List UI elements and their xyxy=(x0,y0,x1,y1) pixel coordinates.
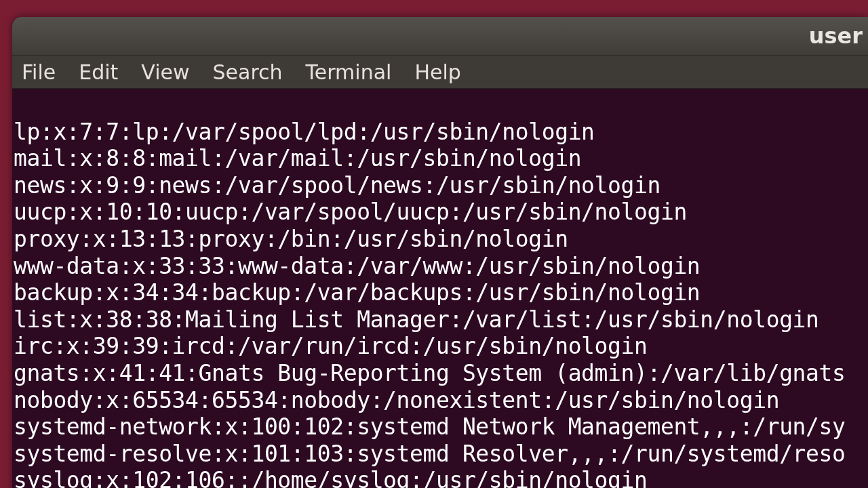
titlebar[interactable]: user xyxy=(12,17,868,55)
menubar: File Edit View Search Terminal Help xyxy=(12,55,868,89)
output-line: uucp:x:10:10:uucp:/var/spool/uucp:/usr/s… xyxy=(14,199,687,225)
menu-search[interactable]: Search xyxy=(213,60,283,84)
output-line: systemd-network:x:100:102:systemd Networ… xyxy=(14,413,845,440)
menu-edit[interactable]: Edit xyxy=(79,60,118,84)
terminal-output[interactable]: lp:x:7:7:lp:/var/spool/lpd:/usr/sbin/nol… xyxy=(12,89,868,488)
menu-terminal[interactable]: Terminal xyxy=(306,60,392,84)
output-line: gnats:x:41:41:Gnats Bug-Reporting System… xyxy=(14,360,845,386)
output-line: news:x:9:9:news:/var/spool/news:/usr/sbi… xyxy=(14,172,660,199)
menu-view[interactable]: View xyxy=(141,60,189,84)
output-line: lp:x:7:7:lp:/var/spool/lpd:/usr/sbin/nol… xyxy=(14,119,595,145)
output-line: nobody:x:65534:65534:nobody:/nonexistent… xyxy=(14,387,779,413)
menu-help[interactable]: Help xyxy=(414,60,460,84)
terminal-window: user File Edit View Search Terminal Help… xyxy=(12,17,868,488)
window-title: user xyxy=(809,25,863,47)
output-line: syslog:x:102:106::/home/syslog:/usr/sbin… xyxy=(14,467,647,488)
output-line: mail:x:8:8:mail:/var/mail:/usr/sbin/nolo… xyxy=(14,145,581,171)
output-line: irc:x:39:39:ircd:/var/run/ircd:/usr/sbin… xyxy=(14,333,647,359)
output-line: backup:x:34:34:backup:/var/backups:/usr/… xyxy=(14,279,700,306)
output-line: www-data:x:33:33:www-data:/var/www:/usr/… xyxy=(14,253,700,279)
output-line: proxy:x:13:13:proxy:/bin:/usr/sbin/nolog… xyxy=(14,226,568,252)
output-line: list:x:38:38:Mailing List Manager:/var/l… xyxy=(14,306,819,333)
desktop-background: user File Edit View Search Terminal Help… xyxy=(0,0,868,488)
menu-file[interactable]: File xyxy=(22,60,56,84)
output-line: systemd-resolve:x:101:103:systemd Resolv… xyxy=(14,441,845,467)
